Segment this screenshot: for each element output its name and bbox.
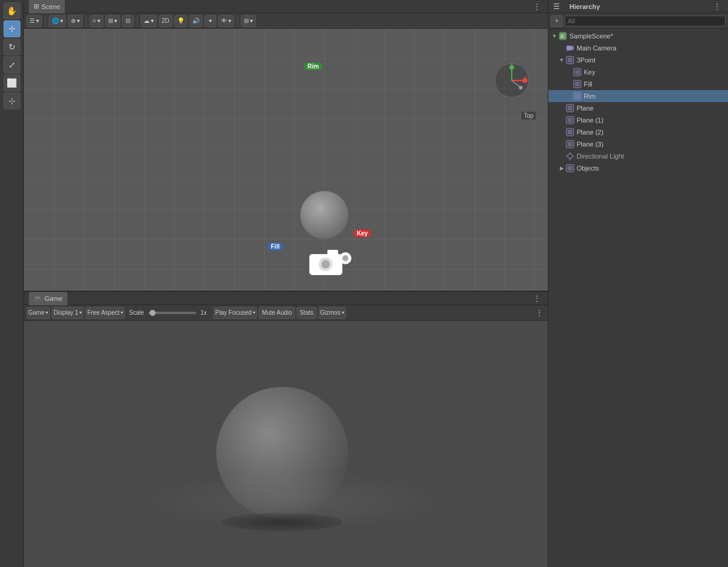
svg-marker-28 (572, 46, 574, 50)
plane2-label: Plane (2) (577, 129, 604, 136)
lighting-icon: 💡 (177, 17, 184, 24)
ruler-btn[interactable]: ⊟ (122, 15, 134, 27)
tree-item-key[interactable]: Key (548, 66, 728, 78)
play-focused-chevron: ▾ (253, 310, 255, 315)
tree-item-fill[interactable]: Fill (548, 78, 728, 90)
play-focused-dropdown[interactable]: Play Focused ▾ (213, 307, 257, 319)
hand-tool[interactable]: ✋ (4, 2, 20, 19)
rect-tool[interactable]: ⬜ (4, 74, 20, 91)
scale-label: Scale (129, 309, 144, 316)
top-area: ✋ ✛ ↻ ⤢ ⬜ ⊹ ⊞ Scene ⋮ ☰ ▾ (0, 0, 728, 567)
pivot-btn[interactable]: ⊕ ▾ (68, 15, 83, 27)
tree-item-objects[interactable]: ▶ Objects (548, 162, 728, 174)
game-tab-icon: 🎮 (34, 294, 42, 302)
hierarchy-toolbar: + (548, 13, 728, 29)
3point-arrow: ▼ (558, 57, 565, 63)
audio-icon: 🔊 (192, 17, 199, 24)
hierarchy-search[interactable] (565, 16, 726, 26)
3point-icon (565, 55, 575, 65)
tree-item-scene[interactable]: ▼ S SampleScene* (548, 30, 728, 42)
2d-label: 2D (162, 17, 169, 24)
game-tab[interactable]: 🎮 Game (29, 292, 67, 305)
draw-mode-btn[interactable]: ☰ ▾ (26, 15, 42, 27)
svg-point-15 (342, 255, 348, 261)
svg-rect-27 (566, 46, 572, 50)
toolbar-sep-1 (45, 16, 46, 26)
add-hierarchy-btn[interactable]: + (551, 15, 563, 27)
shading-chevron: ▾ (151, 17, 154, 24)
effects-btn[interactable]: ✦ (204, 15, 216, 27)
key-icon (572, 67, 582, 77)
scene-camera-icon (306, 245, 354, 288)
game-sphere (216, 387, 348, 519)
scene-tab[interactable]: ⊞ Scene (29, 0, 65, 13)
shading-btn[interactable]: ☁ ▾ (141, 15, 157, 27)
svg-point-24 (519, 86, 523, 89)
move-tool[interactable]: ✛ (4, 20, 20, 37)
game-toolbar-more[interactable]: ⋮ (533, 307, 545, 319)
objects-icon (565, 163, 575, 173)
svg-rect-42 (568, 130, 572, 135)
hidden-icon: 👁 (221, 17, 227, 24)
display-label: Display 1 (53, 309, 78, 316)
transform-tool[interactable]: ⊹ (4, 92, 20, 109)
tree-item-rim[interactable]: Rim (548, 90, 728, 102)
play-focused-label: Play Focused (215, 309, 252, 316)
tree-item-dir-light[interactable]: Directional Light (548, 150, 728, 162)
tree-item-main-camera[interactable]: Main Camera (548, 42, 728, 54)
scale-tool[interactable]: ⤢ (4, 56, 20, 73)
tree-item-plane2[interactable]: Plane (2) (548, 126, 728, 138)
hierarchy-tab-more[interactable]: ⋮ (711, 1, 723, 13)
draw-mode-icon: ☰ (29, 17, 35, 24)
key-label: Key (584, 68, 595, 76)
dirlight-icon (565, 151, 575, 161)
scene-sphere (300, 191, 348, 239)
svg-text:S: S (560, 34, 563, 39)
hierarchy-tab-bar: ☰ Hierarchy ⋮ (548, 0, 728, 13)
gizmos-scene-btn[interactable]: ⊞ ▾ (241, 15, 256, 27)
tree-item-plane3[interactable]: Plane (3) (548, 138, 728, 150)
game-tab-more[interactable]: ⋮ (531, 293, 543, 305)
axis-label: Top (521, 112, 536, 120)
scale-slider[interactable] (148, 312, 196, 314)
scene-viewport: Rim Key Fill (24, 29, 548, 291)
snap-icon: ⌗ (93, 17, 96, 25)
rotate-tool[interactable]: ↻ (4, 38, 20, 55)
global-chevron: ▾ (60, 17, 63, 24)
tree-item-plane1[interactable]: Plane (1) (548, 114, 728, 126)
stats-btn[interactable]: Stats (297, 307, 317, 319)
gizmos-dropdown[interactable]: Gizmos ▾ (318, 307, 346, 319)
scene-tab-more[interactable]: ⋮ (531, 1, 543, 13)
main-content: ⊞ Scene ⋮ ☰ ▾ 🌐 ▾ ⊕ ▾ (24, 0, 548, 567)
snap-btn[interactable]: ⌗ ▾ (89, 15, 103, 27)
scale-thumb (150, 310, 156, 316)
2d-btn[interactable]: 2D (159, 15, 172, 27)
main-camera-label: Main Camera (577, 44, 616, 52)
stats-label: Stats (300, 309, 314, 316)
dirlight-label: Directional Light (577, 153, 624, 160)
snap2-icon: ⊞ (108, 17, 113, 24)
camera-tree-icon (565, 43, 575, 53)
aspect-dropdown[interactable]: Free Aspect ▾ (85, 307, 124, 319)
snap2-btn[interactable]: ⊞ ▾ (105, 15, 120, 27)
hierarchy-tab[interactable]: Hierarchy (565, 0, 605, 13)
mute-audio-label: Mute Audio (262, 309, 292, 316)
lighting-btn[interactable]: 💡 (174, 15, 187, 27)
snap2-chevron: ▾ (114, 17, 117, 24)
game-mode-dropdown[interactable]: Game ▾ (26, 307, 50, 319)
mute-audio-btn[interactable]: Mute Audio (259, 307, 295, 319)
svg-text:Y: Y (510, 62, 514, 67)
audio-btn[interactable]: 🔊 (189, 15, 202, 27)
game-mode-chevron: ▾ (46, 310, 48, 315)
hidden-btn[interactable]: 👁 ▾ (218, 15, 234, 27)
display-dropdown[interactable]: Display 1 ▾ (52, 307, 83, 319)
fill-label: Fill (267, 243, 283, 250)
tree-item-3point[interactable]: ▼ 3Point (548, 54, 728, 66)
svg-rect-51 (568, 166, 572, 171)
rim-label: Rim (304, 62, 323, 70)
global-local-btn[interactable]: 🌐 ▾ (49, 15, 66, 27)
snap-chevron: ▾ (97, 17, 100, 24)
pivot-icon: ⊕ (71, 17, 76, 24)
tree-item-plane[interactable]: Plane (548, 102, 728, 114)
gizmos-label: Gizmos (320, 309, 341, 316)
